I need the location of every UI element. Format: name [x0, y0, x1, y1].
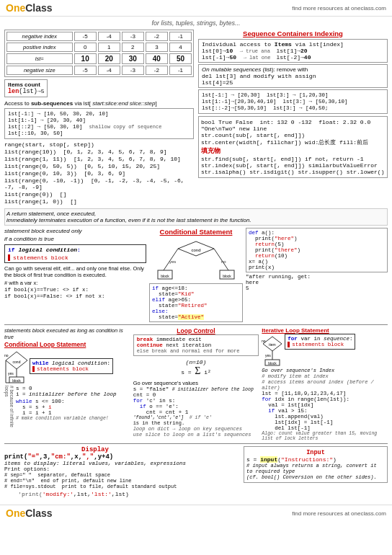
- while-statements: statements block: [32, 366, 110, 372]
- statements-block: statements block: [8, 254, 143, 261]
- make-cond-note: # make condition variable change!: [4, 416, 130, 421]
- pos-index-label: positive index: [6, 43, 73, 52]
- sr-2: lst[1:-1]→[20,30,40,10] lst[3:] → [50,30…: [202, 99, 384, 105]
- if-age: if age<=18:: [152, 285, 240, 291]
- lst-4: 50: [169, 53, 192, 64]
- subseq-3: lst[::2] → [50, 30, 10] shallow copy of …: [8, 124, 190, 130]
- subseq-box: lst[-1:] → [10, 50, 30, 20, 10] lst[1:-1…: [4, 108, 194, 139]
- bool-line6: str.index(sub[, start[, end]]) similarbu…: [201, 162, 385, 169]
- top-section: negative index -5 -4 -3 -2 -1 positive i…: [4, 30, 388, 205]
- footer-logo-part1: One: [6, 507, 25, 519]
- file-default: # file=sys.stdout print to file, default…: [4, 484, 186, 489]
- svg-text:yes: yes: [8, 371, 14, 376]
- range-0-10-3: list(range(0, 10, 3)) [0, 3, 6, 9]: [4, 170, 194, 177]
- input-section: Input s = input("Instructions:") # input…: [244, 446, 388, 483]
- loop-section: statements block executed as long as con…: [4, 327, 388, 441]
- sequence-indexing-title: Sequence Containers Indexing: [198, 30, 388, 37]
- neg-size-label: negative size: [6, 66, 73, 75]
- while-example: s = 0 i = initializer before the loop wh…: [4, 386, 130, 421]
- footer: OneClass find more resources at oneclass…: [0, 505, 392, 521]
- state-retired: state="Retired": [152, 303, 240, 308]
- while-cond: while logical condition:: [32, 360, 110, 366]
- while-flowchart-svg: cond block no yes: [4, 348, 30, 384]
- print-here: print("here"): [249, 236, 385, 241]
- logo-part2: Class: [25, 2, 52, 14]
- items-count-label: Items count len(lst)→5: [4, 79, 48, 97]
- elif-text: Can go with several elif, elif... and on…: [4, 265, 146, 278]
- cond-loop-title: Conditional Loop Statement: [4, 341, 130, 348]
- fill-title: 填充物: [201, 146, 385, 156]
- s-input: s = input("Instructions:"): [246, 456, 385, 463]
- bool-line2: "One\nTwo" new line: [201, 125, 385, 132]
- lst-idx-0: lst[0]→10 → true ana: [202, 48, 270, 54]
- svg-text:no: no: [4, 353, 9, 358]
- cond-center: Conditional Statement cond yes block no …: [149, 228, 243, 322]
- svg-text:yes: yes: [169, 259, 176, 264]
- subseq-2: lst[1:-1] → [20, 30, 40]: [8, 117, 190, 123]
- range-neg: list(range(0, -10, -1)) [0, -1, -2, -3, …: [4, 177, 194, 190]
- pos-idx-1: 1: [98, 43, 120, 52]
- after-here: here: [246, 280, 388, 285]
- logo-part1: One: [6, 2, 25, 14]
- s-init: s = 0: [4, 386, 130, 391]
- while-flowchart: cond block no yes while logical conditio…: [4, 348, 130, 384]
- bool-true-line: if bool(x)==True: <> if x:: [4, 287, 146, 293]
- for-box: for var in sequence: statements block: [285, 334, 355, 350]
- del-last: del lst[-1]: [262, 425, 388, 431]
- on-mutable-title: On mutable sequences (list): remove with: [202, 66, 384, 73]
- for-flowchart-row: item block no yes for var in sequence: s…: [262, 334, 388, 366]
- go-over-note: Go over sequence's values: [133, 380, 259, 386]
- state-active: state="Active": [152, 314, 240, 320]
- neg-idx-m5: -5: [74, 32, 97, 41]
- display-title: Display: [4, 446, 186, 453]
- stmt-exec-as-long: statements block executed as long as con…: [4, 327, 130, 340]
- for-statements: statements block: [288, 342, 352, 347]
- flowchart-svg: cond yes block no block: [156, 238, 236, 281]
- iter-loop-title: Iterative Loop Statement: [262, 327, 388, 334]
- lst-append: lst.append(val): [262, 414, 388, 419]
- mid-section: statement block executed only if a condi…: [4, 228, 388, 322]
- for-flowchart-svg: item block no yes: [262, 334, 283, 366]
- big-print: print("=",3,"cm:",x,",",y+4): [4, 453, 186, 461]
- svg-text:block: block: [161, 274, 169, 278]
- pos-idx-0: 0: [74, 43, 97, 52]
- footer-logo: OneClass: [6, 507, 53, 519]
- return-5: return(5): [249, 241, 385, 247]
- range-0-50-5: list(range(0, 50, 5)) [0, 5, 10, 15, 20,…: [4, 163, 194, 169]
- lst-idx-del: lst[idx] = lst[-1]: [262, 419, 388, 425]
- access-text: Access to sub-sequences via lst[ start:s…: [4, 100, 194, 107]
- end-default: # end="\n" end of print, default new lin…: [4, 478, 186, 484]
- else-loop: else break and normal end for more: [137, 348, 256, 354]
- for-idx-range: for idx in range(len(lst)):: [262, 396, 388, 402]
- indiv-access-title: Individual access to Items via lst[index…: [202, 41, 384, 48]
- print-modify-line: 'print('modify:',lst,'lst:',lst): [4, 491, 388, 497]
- neg-size-m1: -1: [169, 66, 192, 75]
- input-title: Input: [246, 449, 385, 456]
- i-inc: i = i + 1: [4, 410, 130, 416]
- val-assign: val = lst[idx]: [262, 402, 388, 408]
- lst-3: 40: [146, 53, 168, 64]
- use-slice: use slice to loop on a list's sequences: [133, 432, 259, 438]
- neg-size-m4: -4: [98, 66, 120, 75]
- pos-idx-2: 2: [122, 43, 144, 52]
- range-section: range(start, stop[, step]) list(range(10…: [4, 141, 194, 205]
- lst-idx-1: lst[1]→20: [276, 48, 311, 54]
- neg-idx-m1: -1: [169, 32, 192, 41]
- s-false: s = "false" # initializer before the loo…: [133, 386, 259, 392]
- bool-line1: bool True False int: 132 0 -132 float: 2…: [201, 119, 385, 125]
- lst-idx-neg2: lst[-2]→40: [276, 54, 311, 61]
- sep-default: # sep=" " separator, default space: [4, 472, 186, 478]
- svg-text:item: item: [270, 342, 276, 347]
- footer-logo-part2: Class: [25, 507, 52, 519]
- print-left: Display print("=",3,"cm:",x,",",y+4) ite…: [4, 446, 186, 489]
- items-count-title: Items count: [8, 81, 44, 88]
- x-assign: x= a(): [249, 259, 385, 265]
- after-5: 5: [246, 285, 388, 291]
- index-table: negative index -5 -4 -3 -2 -1 positive i…: [4, 30, 194, 77]
- found-note: 'found','cnt','e'] # if 'e': [133, 415, 259, 420]
- for-col: Iterative Loop Statement item block no y…: [262, 327, 388, 441]
- svg-text:yes: yes: [265, 353, 271, 358]
- loop-divider: [4, 443, 388, 444]
- with-var: # with a var x:: [4, 280, 146, 286]
- if-val-15: if val > 15:: [262, 408, 388, 414]
